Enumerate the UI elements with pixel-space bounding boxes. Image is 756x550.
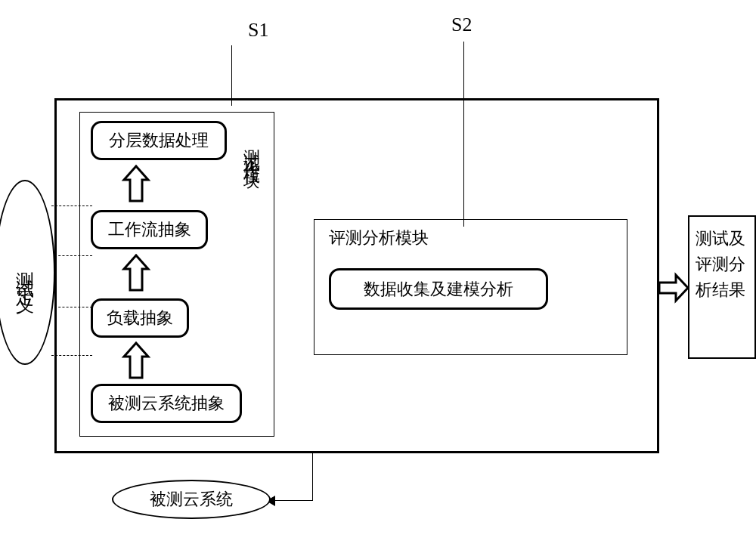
connector-line bbox=[312, 453, 313, 500]
stage-label: 工作流抽象 bbox=[108, 218, 191, 241]
test-definition-ellipse: 测试定义 bbox=[0, 180, 55, 365]
stage-cloud-system-abstraction: 被测云系统抽象 bbox=[91, 384, 242, 423]
stage-label: 被测云系统抽象 bbox=[108, 392, 225, 415]
label-s2: S2 bbox=[451, 14, 472, 36]
leader-line-s1 bbox=[231, 45, 232, 106]
eval-inner-label: 数据收集及建模分析 bbox=[364, 278, 513, 301]
up-arrow-icon bbox=[121, 254, 151, 293]
data-collection-modeling-box: 数据收集及建模分析 bbox=[329, 268, 548, 310]
output-results-text: 测试及评测分析结果 bbox=[696, 226, 748, 303]
target-cloud-system-ellipse: 被测云系统 bbox=[112, 480, 271, 519]
stage-load-abstraction: 负载抽象 bbox=[91, 298, 189, 338]
up-arrow-icon bbox=[121, 341, 151, 381]
label-s1: S1 bbox=[248, 19, 268, 42]
target-cloud-system-text: 被测云系统 bbox=[150, 488, 233, 511]
output-results-box: 测试及评测分析结果 bbox=[688, 215, 756, 359]
up-arrow-icon bbox=[121, 165, 151, 204]
right-arrow-icon bbox=[658, 272, 689, 304]
stage-layered-data-processing: 分层数据处理 bbox=[91, 121, 227, 160]
stage-label: 分层数据处理 bbox=[109, 129, 209, 152]
evaluation-analysis-module-title: 评测分析模块 bbox=[329, 227, 429, 249]
connector-line bbox=[272, 500, 313, 501]
test-definition-text: 测试定义 bbox=[13, 258, 37, 288]
test-work-module-title: 测试工作模块 bbox=[242, 136, 263, 163]
stage-workflow-abstraction: 工作流抽象 bbox=[91, 210, 208, 249]
stage-label: 负载抽象 bbox=[107, 307, 173, 329]
